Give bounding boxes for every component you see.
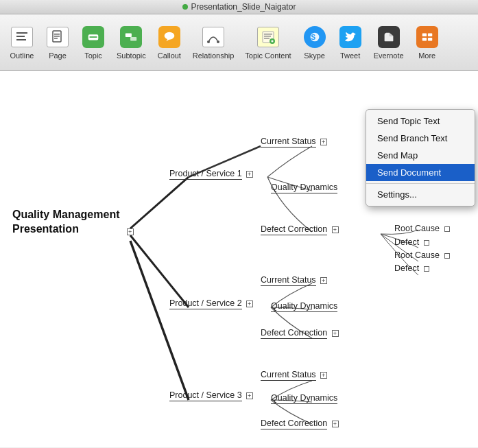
svg-rect-21	[272, 40, 273, 43]
product3-expand[interactable]	[246, 392, 253, 399]
subtopic-icon	[119, 25, 143, 49]
toolbar-callout[interactable]: Callout	[152, 22, 187, 62]
p3-quality-dynamics: Quality Dynamics	[271, 393, 337, 403]
dropdown-send-branch-text[interactable]: Send Branch Text	[366, 130, 475, 147]
dropdown-menu: Send Topic Text Send Branch Text Send Ma…	[366, 109, 475, 207]
toolbar-topic-content[interactable]: Topic Content	[239, 22, 296, 62]
outline-label: Outline	[10, 51, 34, 60]
svg-rect-18	[264, 38, 270, 39]
p2-quality-dynamics: Quality Dynamics	[271, 301, 337, 311]
title-dot	[182, 4, 188, 10]
p3-current-status-expand[interactable]	[320, 372, 327, 379]
p2-defect-correction: Defect Correction	[261, 328, 339, 338]
toolbar-relationship[interactable]: Relationship	[187, 22, 240, 62]
toolbar-more[interactable]: More	[409, 22, 445, 62]
branch-product3: Product / Service 3	[169, 390, 253, 400]
main-canvas: Quality Management Presentation Product …	[0, 71, 478, 447]
branch-product2: Product / Service 2	[169, 298, 253, 308]
evernote-icon	[377, 25, 401, 49]
p1-defect-2: Defect	[394, 263, 429, 273]
svg-rect-16	[264, 34, 272, 35]
toolbar-subtopic[interactable]: Subtopic	[111, 22, 152, 62]
toolbar-page[interactable]: Page	[40, 22, 75, 62]
tweet-label: Tweet	[340, 51, 360, 60]
p3-defect-expand[interactable]	[332, 421, 339, 427]
p1-current-status-expand[interactable]	[320, 139, 327, 145]
relationship-label: Relationship	[193, 51, 235, 60]
svg-rect-9	[126, 34, 132, 37]
p2-current-status: Current Status	[261, 275, 327, 285]
page-label: Page	[49, 51, 67, 60]
svg-rect-10	[130, 37, 136, 40]
dropdown-send-document[interactable]: Send Document	[366, 164, 475, 181]
p1-current-status: Current Status	[261, 137, 327, 146]
svg-point-11	[165, 32, 175, 40]
svg-rect-26	[422, 38, 426, 41]
svg-rect-5	[54, 36, 60, 37]
more-label: More	[418, 51, 435, 60]
outline-icon	[10, 25, 34, 49]
toolbar-skype[interactable]: S Skype	[297, 22, 333, 62]
titlebar: Presentation_Slide_Naigator	[0, 0, 478, 14]
p1-root-cause-2: Root Cause	[394, 250, 450, 260]
p1-defect-expand[interactable]	[332, 226, 339, 233]
product2-expand[interactable]	[246, 300, 253, 307]
toolbar: Outline Page Topic	[0, 14, 478, 71]
toolbar-outline[interactable]: Outline	[4, 22, 40, 62]
topic-label: Topic	[84, 51, 102, 60]
more-icon	[415, 25, 440, 49]
dropdown-send-topic-text[interactable]: Send Topic Text	[366, 113, 475, 130]
p1-defect-correction: Defect Correction	[261, 224, 339, 234]
topic-content-label: Topic Content	[245, 51, 291, 60]
callout-label: Callout	[158, 51, 181, 60]
svg-text:S: S	[311, 34, 315, 41]
svg-rect-8	[90, 36, 97, 38]
relationship-icon	[201, 25, 226, 49]
topic-content-icon	[256, 25, 280, 49]
page-icon	[45, 25, 70, 49]
svg-rect-0	[16, 32, 27, 34]
p1-root-cause-1: Root Cause	[394, 224, 450, 233]
p1-defect-1: Defect	[394, 237, 429, 247]
topic-icon	[81, 25, 106, 49]
svg-rect-24	[422, 34, 426, 37]
product1-expand[interactable]	[246, 171, 253, 178]
dropdown-separator	[366, 183, 475, 184]
svg-rect-6	[54, 38, 58, 39]
p2-current-status-expand[interactable]	[320, 277, 327, 284]
callout-icon	[157, 25, 182, 49]
subtopic-label: Subtopic	[117, 51, 146, 60]
dropdown-settings[interactable]: Settings...	[366, 186, 475, 203]
p3-defect-correction: Defect Correction	[261, 418, 339, 428]
svg-rect-4	[54, 34, 60, 35]
p3-current-status: Current Status	[261, 370, 327, 379]
svg-rect-1	[16, 36, 25, 37]
tweet-icon	[338, 25, 363, 49]
p2-defect-expand[interactable]	[332, 330, 339, 337]
central-topic: Quality Management Presentation	[12, 208, 119, 237]
toolbar-tweet[interactable]: Tweet	[333, 22, 368, 62]
svg-rect-17	[264, 36, 271, 37]
svg-point-13	[207, 40, 210, 43]
p1-quality-dynamics: Quality Dynamics	[271, 182, 337, 192]
svg-rect-25	[428, 34, 432, 37]
central-topic-expand[interactable]	[127, 228, 134, 235]
svg-line-28	[130, 177, 189, 228]
skype-label: Skype	[304, 51, 325, 60]
skype-icon: S	[302, 25, 327, 49]
branch-product1: Product / Service 1	[169, 169, 253, 178]
svg-point-14	[217, 40, 219, 43]
svg-rect-2	[16, 39, 26, 40]
evernote-label: Evernote	[374, 51, 404, 60]
toolbar-topic[interactable]: Topic	[75, 22, 111, 62]
svg-line-30	[130, 241, 189, 400]
svg-rect-27	[428, 38, 432, 41]
dropdown-send-map[interactable]: Send Map	[366, 147, 475, 164]
svg-line-29	[130, 235, 189, 307]
window-title: Presentation_Slide_Naigator	[191, 2, 296, 12]
toolbar-evernote[interactable]: Evernote	[368, 22, 409, 62]
